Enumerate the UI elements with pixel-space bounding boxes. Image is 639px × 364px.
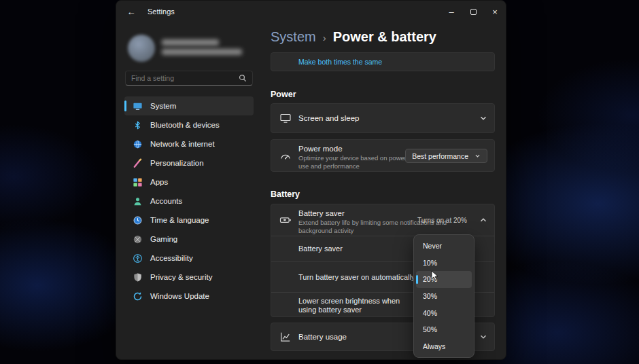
sidebar-item-label: Accessibility bbox=[150, 254, 193, 262]
battery-saver-title: Battery saver bbox=[298, 209, 345, 217]
battery-saver-icon bbox=[279, 214, 292, 226]
screen-and-sleep-row[interactable]: Screen and sleep bbox=[271, 103, 495, 133]
menu-option-30[interactable]: 30% bbox=[416, 288, 472, 305]
close-button[interactable]: × bbox=[484, 1, 506, 22]
maximize-icon bbox=[470, 9, 477, 15]
back-icon: ← bbox=[127, 7, 136, 17]
settings-window: ← Settings – × System bbox=[116, 0, 506, 360]
sidebar-item-label: Bluetooth & devices bbox=[150, 121, 220, 129]
sidebar-item-windows-update[interactable]: Windows Update bbox=[124, 287, 254, 306]
personalization-icon bbox=[133, 158, 143, 168]
battery-saver-level-menu: Never 10% 20% 30% 40% 50% Always bbox=[413, 234, 474, 358]
battery-section-heading: Battery bbox=[271, 189, 300, 199]
clock-sync-card: Make both times the same bbox=[271, 52, 495, 71]
sidebar-item-label: Accounts bbox=[150, 197, 182, 205]
battery-saver-header[interactable]: Battery saver Extend battery life by lim… bbox=[271, 204, 494, 236]
close-icon: × bbox=[492, 7, 498, 17]
sidebar-nav: System Bluetooth & devices Network & int… bbox=[124, 96, 254, 306]
battery-usage-chart-icon bbox=[279, 331, 292, 343]
menu-option-label: 50% bbox=[423, 325, 437, 333]
mouse-cursor-icon bbox=[431, 271, 441, 282]
sidebar-item-personalization[interactable]: Personalization bbox=[124, 153, 254, 172]
chevron-down-icon bbox=[479, 114, 487, 122]
avatar[interactable] bbox=[128, 35, 155, 62]
power-mode-icon bbox=[279, 149, 292, 162]
apps-icon bbox=[133, 177, 143, 187]
minimize-button[interactable]: – bbox=[441, 1, 462, 22]
search-input[interactable] bbox=[131, 74, 239, 82]
xbox-icon bbox=[133, 234, 143, 244]
menu-option-label: 10% bbox=[423, 259, 437, 267]
menu-option-20-selected[interactable]: 20% bbox=[416, 271, 472, 288]
sidebar-item-label: Time & language bbox=[150, 216, 209, 224]
sidebar-item-accounts[interactable]: Accounts bbox=[124, 192, 254, 211]
sidebar-item-time-language[interactable]: Time & language bbox=[124, 211, 254, 230]
bluetooth-icon bbox=[133, 120, 143, 130]
power-mode-value: Best performance bbox=[412, 152, 468, 160]
sidebar-item-label: Gaming bbox=[150, 235, 177, 243]
screen-icon bbox=[279, 112, 292, 124]
make-times-same-link[interactable]: Make both times the same bbox=[298, 58, 382, 66]
system-icon bbox=[133, 101, 143, 111]
chevron-down-icon bbox=[479, 333, 487, 341]
sidebar-item-network[interactable]: Network & internet bbox=[124, 134, 254, 153]
minimize-icon: – bbox=[449, 7, 453, 17]
back-button[interactable]: ← bbox=[120, 1, 142, 22]
search-box[interactable] bbox=[125, 71, 253, 86]
shield-icon bbox=[133, 272, 143, 283]
menu-option-50[interactable]: 50% bbox=[416, 321, 472, 338]
clock-icon bbox=[133, 215, 143, 225]
sidebar-item-label: Personalization bbox=[150, 159, 204, 167]
window-title: Settings bbox=[148, 7, 175, 16]
menu-option-always[interactable]: Always bbox=[416, 338, 472, 354]
battery-saver-auto-label: Turn battery saver on automatically at bbox=[298, 273, 428, 282]
maximize-button[interactable] bbox=[462, 1, 484, 22]
sidebar-item-label: Windows Update bbox=[150, 292, 209, 300]
menu-option-label: Never bbox=[423, 242, 442, 250]
breadcrumb-parent[interactable]: System bbox=[271, 29, 316, 45]
lower-brightness-label: Lower screen brightness when using batte… bbox=[298, 297, 413, 314]
power-mode-title: Power mode bbox=[298, 145, 343, 153]
profile-name-redacted bbox=[162, 39, 219, 46]
power-mode-description: Optimize your device based on power use … bbox=[298, 154, 415, 170]
titlebar[interactable]: ← Settings – × bbox=[116, 1, 506, 22]
battery-saver-subrow-label: Battery saver bbox=[298, 244, 343, 253]
sidebar-item-system[interactable]: System bbox=[124, 96, 254, 115]
sidebar-item-label: Privacy & security bbox=[150, 273, 212, 281]
desktop: { "window": { "title": "Settings", "icon… bbox=[0, 0, 639, 364]
accounts-icon bbox=[133, 196, 143, 206]
sidebar-item-label: Network & internet bbox=[150, 140, 215, 148]
sidebar-item-gaming[interactable]: Gaming bbox=[124, 230, 254, 249]
power-section-heading: Power bbox=[271, 90, 296, 99]
search-icon bbox=[239, 74, 247, 82]
network-icon bbox=[133, 139, 143, 149]
sidebar-item-label: Apps bbox=[150, 178, 168, 186]
breadcrumb: System › Power & battery bbox=[271, 29, 436, 45]
battery-saver-status: Turns on at 20% bbox=[417, 217, 467, 224]
profile-email-redacted bbox=[162, 49, 242, 55]
chevron-up-icon bbox=[479, 216, 487, 224]
menu-option-label: Always bbox=[423, 342, 445, 350]
menu-option-label: 40% bbox=[423, 309, 437, 317]
menu-option-never[interactable]: Never bbox=[416, 238, 472, 255]
breadcrumb-separator-icon: › bbox=[323, 32, 326, 43]
sidebar-item-bluetooth[interactable]: Bluetooth & devices bbox=[124, 115, 254, 134]
sidebar-item-accessibility[interactable]: Accessibility bbox=[124, 249, 254, 268]
sidebar-item-privacy[interactable]: Privacy & security bbox=[124, 268, 254, 287]
menu-option-label: 30% bbox=[423, 292, 437, 300]
power-mode-row: Power mode Optimize your device based on… bbox=[271, 139, 495, 172]
accessibility-icon bbox=[133, 253, 143, 263]
screen-and-sleep-label: Screen and sleep bbox=[298, 114, 360, 122]
sidebar-item-apps[interactable]: Apps bbox=[124, 172, 254, 192]
page-title: Power & battery bbox=[333, 29, 436, 45]
menu-option-40[interactable]: 40% bbox=[416, 304, 472, 321]
menu-option-10[interactable]: 10% bbox=[416, 255, 472, 272]
battery-usage-label: Battery usage bbox=[298, 333, 347, 341]
update-icon bbox=[133, 291, 143, 302]
chevron-down-icon bbox=[474, 153, 481, 159]
power-mode-dropdown[interactable]: Best performance bbox=[405, 149, 487, 163]
sidebar-item-label: System bbox=[150, 102, 176, 110]
